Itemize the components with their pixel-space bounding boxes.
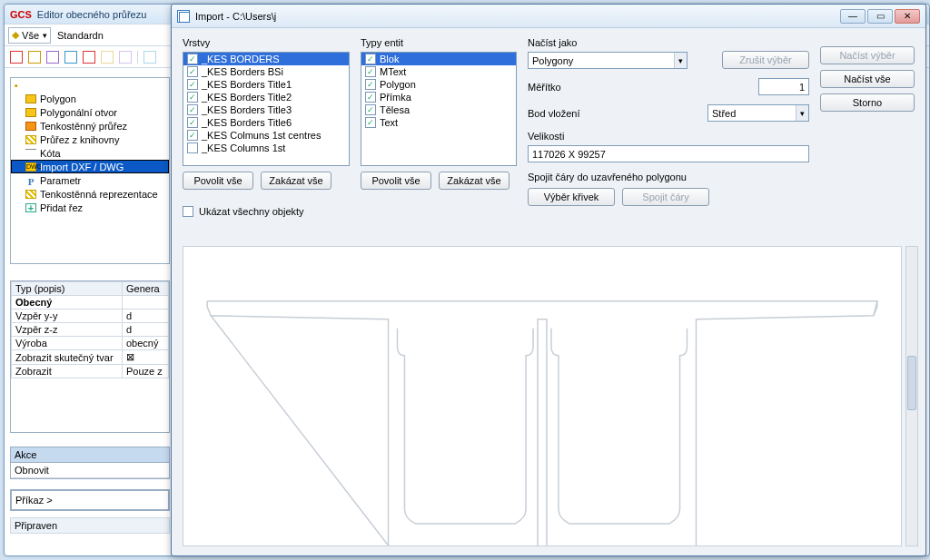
join-lines-button[interactable]: Spojit čáry xyxy=(622,188,709,206)
types-allow-all-button[interactable]: Povolit vše xyxy=(361,172,431,190)
preview-scrollbar[interactable] xyxy=(905,246,918,546)
layers-deny-all-button[interactable]: Zakázat vše xyxy=(261,172,331,190)
layer-item[interactable]: ✓_KES Borders Title3 xyxy=(183,103,349,116)
insert-select[interactable]: Střed▾ xyxy=(707,104,809,122)
command-input[interactable]: Příkaz > xyxy=(11,490,169,510)
load-selection-button[interactable]: Načíst výběr xyxy=(820,46,915,64)
tree-item-thinwall[interactable]: Tenkostěnný průřez xyxy=(11,119,169,133)
size-field: 117026 X 99257 xyxy=(528,145,809,162)
ribbon-icon[interactable] xyxy=(10,51,23,64)
type-item[interactable]: ✓Polygon xyxy=(361,78,516,91)
types-deny-all-button[interactable]: Zakázat vše xyxy=(439,172,510,190)
layer-item[interactable]: ✓_KES Borders Title6 xyxy=(183,116,349,129)
tree-item-dimension[interactable]: Kóta xyxy=(11,146,169,160)
ribbon-icon[interactable] xyxy=(143,51,156,64)
layer-item[interactable]: ✓_KES Borders BSi xyxy=(183,65,349,78)
size-label: Velikosti xyxy=(528,131,809,142)
ribbon-icon[interactable] xyxy=(28,51,41,64)
ribbon-icon[interactable] xyxy=(83,51,95,64)
standard-combo[interactable]: Standardn xyxy=(54,27,106,44)
action-refresh[interactable]: Obnovit xyxy=(11,463,169,478)
type-item[interactable]: ✓Přímka xyxy=(361,91,516,103)
import-dialog: Import - C:\Users\j — ▭ ✕ Vrstvy ✓_KES B… xyxy=(171,4,926,556)
tree-item-import-dxf[interactable]: DWGImport DXF / DWG xyxy=(11,160,169,173)
type-item[interactable]: ✓Blok xyxy=(361,53,516,65)
tree-root[interactable] xyxy=(11,78,169,92)
types-listbox[interactable]: ✓Blok ✓MText ✓Polygon ✓Přímka ✓Tělesa ✓T… xyxy=(361,52,517,166)
editor-title: Editor obecného průřezu xyxy=(37,9,146,20)
layers-label: Vrstvy xyxy=(183,37,350,48)
minimize-button[interactable]: — xyxy=(840,9,866,24)
action-header: Akce xyxy=(11,447,169,463)
loadas-select[interactable]: Polygony▾ xyxy=(528,52,688,69)
layer-item[interactable]: _KES Columns 1st xyxy=(183,142,349,154)
import-icon xyxy=(177,10,190,23)
scale-input[interactable]: 1 xyxy=(758,78,809,95)
layer-item[interactable]: ✓_KES Colmuns 1st centres xyxy=(183,129,349,142)
import-title: Import - C:\Users\j xyxy=(195,11,276,22)
tree-item-add-cut[interactable]: +Přidat řez xyxy=(11,201,169,214)
properties-pane[interactable]: Typ (popis)Genera Obecný Vzpěr y-yd Vzpě… xyxy=(10,280,170,433)
ribbon-icon[interactable] xyxy=(119,51,132,64)
tree-item-polygon[interactable]: Polygon xyxy=(11,92,169,105)
cancel-selection-button[interactable]: Zrušit výběr xyxy=(722,51,809,69)
type-item[interactable]: ✓MText xyxy=(361,65,516,78)
tree-item-parameter[interactable]: PParametr xyxy=(11,173,169,187)
layer-item[interactable]: ✓_KES Borders Title2 xyxy=(183,91,349,103)
action-pane: Akce Obnovit xyxy=(10,447,170,479)
command-pane[interactable]: Příkaz > xyxy=(10,489,170,511)
maximize-button[interactable]: ▭ xyxy=(867,9,893,24)
layer-item[interactable]: ✓_KES Borders Title1 xyxy=(183,78,349,91)
type-item[interactable]: ✓Tělesa xyxy=(361,103,516,116)
import-titlebar[interactable]: Import - C:\Users\j — ▭ ✕ xyxy=(172,5,925,28)
close-button[interactable]: ✕ xyxy=(895,9,920,24)
scale-label: Měřítko xyxy=(528,82,597,93)
prop-col1: Typ (popis) xyxy=(12,282,123,296)
join-label: Spojit čáry do uzavřeného polygonu xyxy=(528,172,809,182)
app-logo: GCS xyxy=(10,9,32,20)
insert-label: Bod vložení xyxy=(528,108,597,119)
pick-curves-button[interactable]: Výběr křivek xyxy=(528,188,615,206)
status-bar: Připraven xyxy=(10,517,170,534)
prop-col2: Genera xyxy=(122,282,168,296)
ribbon-icon[interactable] xyxy=(64,51,77,64)
types-label: Typy entit xyxy=(361,37,517,48)
type-item[interactable]: ✓Text xyxy=(361,116,516,129)
loadas-label: Načíst jako xyxy=(528,37,715,48)
layers-listbox[interactable]: ✓_KES BORDERS ✓_KES Borders BSi ✓_KES Bo… xyxy=(183,52,350,166)
layer-item[interactable]: ✓_KES BORDERS xyxy=(183,53,349,65)
shape-tree[interactable]: Polygon Polygonální otvor Tenkostěnný pr… xyxy=(10,77,170,264)
filter-combo[interactable]: ◆ Vše▾ xyxy=(8,27,51,44)
import-preview xyxy=(183,246,902,546)
load-all-button[interactable]: Načíst vše xyxy=(820,70,915,88)
ribbon-icon[interactable] xyxy=(46,51,59,64)
ribbon-icon[interactable] xyxy=(101,51,114,64)
tree-item-poly-hole[interactable]: Polygonální otvor xyxy=(11,105,169,119)
storno-button[interactable]: Storno xyxy=(820,93,915,112)
tree-item-library[interactable]: Průřez z knihovny xyxy=(11,133,169,146)
tree-item-thin-rep[interactable]: Tenkostěnná reprezentace xyxy=(11,187,169,201)
layers-allow-all-button[interactable]: Povolit vše xyxy=(183,172,253,190)
show-all-checkbox[interactable]: Ukázat všechny objekty xyxy=(183,206,350,217)
